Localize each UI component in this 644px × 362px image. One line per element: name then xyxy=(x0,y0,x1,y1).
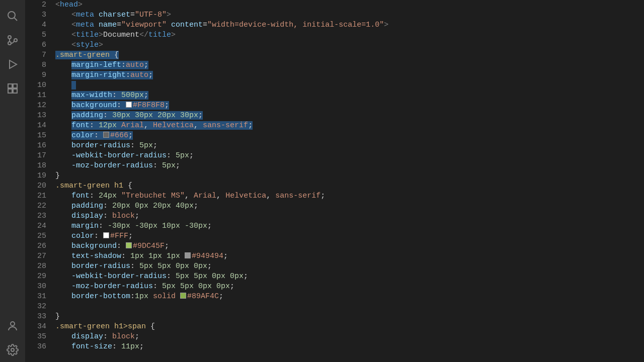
color-swatch-icon xyxy=(185,252,191,258)
svg-point-10 xyxy=(11,322,15,326)
line-number: 13 xyxy=(25,111,46,121)
line-number: 12 xyxy=(25,101,46,111)
line-number: 11 xyxy=(25,90,46,101)
code-line[interactable]: <meta name="viewport" content="width=dev… xyxy=(55,20,644,30)
svg-rect-9 xyxy=(13,89,17,93)
settings-icon[interactable] xyxy=(1,338,25,362)
line-number: 4 xyxy=(25,20,46,30)
code-area[interactable]: <head><meta charset="UTF-8"><meta name="… xyxy=(55,0,644,362)
code-line[interactable]: -webkit-border-radius: 5px; xyxy=(55,151,644,161)
line-number: 7 xyxy=(25,50,46,60)
code-line[interactable]: <title>Document</title> xyxy=(55,30,644,40)
line-number: 30 xyxy=(25,282,46,292)
line-number-gutter: 2345678910111213141516171819202122232425… xyxy=(25,0,55,362)
svg-point-0 xyxy=(8,12,15,19)
code-line[interactable]: color: #666; xyxy=(55,131,644,141)
svg-point-3 xyxy=(8,42,11,45)
code-line[interactable]: background: #9DC45F; xyxy=(55,241,644,251)
code-line[interactable]: -moz-border-radius: 5px 5px 0px 0px; xyxy=(55,282,644,292)
line-number: 27 xyxy=(25,251,46,261)
line-number: 26 xyxy=(25,241,46,251)
code-line[interactable]: margin: -30px -30px 10px -30px; xyxy=(55,221,644,231)
svg-marker-5 xyxy=(10,60,17,68)
color-swatch-icon xyxy=(103,132,109,138)
code-line[interactable]: .smart-green h1>span { xyxy=(55,322,644,332)
extensions-icon[interactable] xyxy=(1,76,25,101)
line-number: 5 xyxy=(25,30,46,40)
line-number: 24 xyxy=(25,221,46,231)
code-line[interactable] xyxy=(55,80,644,90)
code-line[interactable]: margin-right:auto; xyxy=(55,70,644,80)
code-line[interactable]: padding: 20px 0px 20px 40px; xyxy=(55,201,644,211)
color-swatch-icon xyxy=(126,242,132,248)
svg-rect-7 xyxy=(13,84,17,88)
line-number: 3 xyxy=(25,10,46,20)
code-line[interactable]: .smart-green { xyxy=(55,50,644,60)
code-line[interactable]: text-shadow: 1px 1px 1px #949494; xyxy=(55,251,644,261)
code-line[interactable]: -moz-border-radius: 5px; xyxy=(55,161,644,171)
code-line[interactable]: font-size: 11px; xyxy=(55,342,644,352)
line-number: 36 xyxy=(25,342,46,352)
line-number: 22 xyxy=(25,201,46,211)
code-line[interactable]: .smart-green h1 { xyxy=(55,181,644,191)
code-line[interactable] xyxy=(55,302,644,312)
line-number: 14 xyxy=(25,121,46,131)
line-number: 23 xyxy=(25,211,46,221)
code-line[interactable]: max-width: 500px; xyxy=(55,90,644,101)
line-number: 15 xyxy=(25,131,46,141)
color-swatch-icon xyxy=(103,232,109,238)
code-line[interactable]: font: 12px Arial, Helvetica, sans-serif; xyxy=(55,121,644,131)
line-number: 28 xyxy=(25,261,46,272)
line-number: 35 xyxy=(25,332,46,342)
code-line[interactable]: display: block; xyxy=(55,332,644,342)
code-editor[interactable]: 2345678910111213141516171819202122232425… xyxy=(25,0,644,362)
svg-rect-8 xyxy=(8,89,12,93)
code-line[interactable]: -webkit-border-radius: 5px 5px 0px 0px; xyxy=(55,272,644,282)
code-line[interactable]: background: #F8F8F8; xyxy=(55,101,644,111)
line-number: 20 xyxy=(25,181,46,191)
line-number: 9 xyxy=(25,70,46,80)
source-control-icon[interactable] xyxy=(1,28,25,52)
code-line[interactable]: } xyxy=(55,312,644,322)
line-number: 25 xyxy=(25,231,46,241)
line-number: 2 xyxy=(25,0,46,10)
line-number: 33 xyxy=(25,312,46,322)
code-line[interactable]: } xyxy=(55,171,644,181)
line-number: 19 xyxy=(25,171,46,181)
color-swatch-icon xyxy=(126,102,132,108)
code-line[interactable]: font: 24px "Trebuchet MS", Arial, Helvet… xyxy=(55,191,644,201)
code-line[interactable]: border-radius: 5px 5px 0px 0px; xyxy=(55,261,644,272)
code-line[interactable]: border-bottom:1px solid #89AF4C; xyxy=(55,292,644,302)
code-line[interactable]: <style> xyxy=(55,40,644,50)
line-number: 29 xyxy=(25,272,46,282)
svg-point-2 xyxy=(8,36,11,39)
line-number: 10 xyxy=(25,80,46,90)
line-number: 16 xyxy=(25,141,46,151)
svg-rect-6 xyxy=(8,84,12,88)
line-number: 21 xyxy=(25,191,46,201)
code-line[interactable]: padding: 30px 30px 20px 30px; xyxy=(55,111,644,121)
code-line[interactable]: display: block; xyxy=(55,211,644,221)
color-swatch-icon xyxy=(180,293,186,299)
line-number: 17 xyxy=(25,151,46,161)
svg-line-1 xyxy=(14,18,17,21)
run-debug-icon[interactable] xyxy=(1,52,25,76)
code-line[interactable]: border-radius: 5px; xyxy=(55,141,644,151)
line-number: 6 xyxy=(25,40,46,50)
account-icon[interactable] xyxy=(1,314,25,338)
code-line[interactable]: <head> xyxy=(55,0,644,10)
line-number: 34 xyxy=(25,322,46,332)
line-number: 32 xyxy=(25,302,46,312)
activity-bar xyxy=(0,0,25,362)
svg-point-11 xyxy=(11,348,14,351)
code-line[interactable]: margin-left:auto; xyxy=(55,60,644,70)
line-number: 8 xyxy=(25,60,46,70)
line-number: 31 xyxy=(25,292,46,302)
line-number: 18 xyxy=(25,161,46,171)
code-line[interactable]: color: #FFF; xyxy=(55,231,644,241)
code-line[interactable]: <meta charset="UTF-8"> xyxy=(55,10,644,20)
search-icon[interactable] xyxy=(1,4,25,28)
